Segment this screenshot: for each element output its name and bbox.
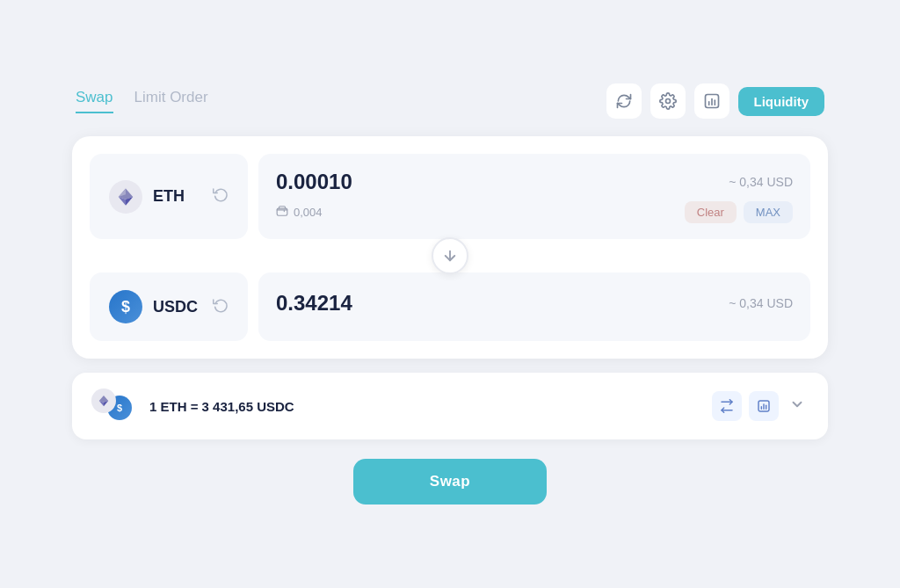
rate-chart-icon-button[interactable] — [749, 391, 779, 421]
clear-button[interactable]: Clear — [685, 201, 737, 223]
from-token-section: ETH 0.00010 ~ 0,34 USD — [90, 154, 810, 239]
from-token-name: ETH — [153, 187, 185, 206]
rate-action-buttons — [712, 391, 809, 421]
svg-point-0 — [665, 99, 670, 104]
amount-action-buttons: Clear MAX — [685, 201, 793, 223]
usdc-icon: $ — [109, 290, 142, 323]
from-token-selector[interactable]: ETH — [90, 154, 248, 239]
gear-icon — [659, 92, 677, 110]
refresh-icon — [615, 92, 633, 110]
wallet-balance-value: 0,004 — [294, 206, 323, 219]
tab-swap[interactable]: Swap — [76, 89, 113, 113]
toolbar: Liquidity — [606, 83, 825, 119]
wallet-balance: 0,004 — [276, 205, 323, 220]
to-token-refresh-icon — [213, 297, 229, 317]
expand-chevron-button[interactable] — [786, 393, 809, 420]
to-token-section: $ USDC 0.34214 ~ 0,34 USD — [90, 272, 810, 341]
arrow-down-icon — [442, 248, 458, 264]
to-token-selector[interactable]: $ USDC — [90, 272, 248, 341]
header-row: Swap Limit Order — [72, 83, 828, 119]
to-amount-box: 0.34214 ~ 0,34 USD — [258, 272, 810, 341]
swap-direction-container — [90, 237, 810, 274]
max-button[interactable]: MAX — [744, 201, 793, 223]
wallet-icon — [276, 205, 288, 220]
rate-swap-icon-button[interactable] — [712, 391, 742, 421]
swap-submit-button[interactable]: Swap — [353, 459, 547, 505]
chart-icon — [703, 92, 721, 110]
tabs: Swap Limit Order — [76, 89, 208, 113]
chevron-down-icon — [789, 396, 805, 412]
chart-icon-button[interactable] — [694, 83, 729, 119]
main-card: ETH 0.00010 ~ 0,34 USD — [72, 136, 828, 359]
swap-button-container: Swap — [72, 459, 828, 505]
from-amount-value: 0.00010 — [276, 170, 352, 194]
to-usd-value: ~ 0,34 USD — [729, 296, 793, 310]
tab-limit-order[interactable]: Limit Order — [134, 89, 208, 113]
rate-text: 1 ETH = 3 431,65 USDC — [149, 399, 698, 414]
settings-icon-button[interactable] — [650, 83, 686, 119]
swap-direction-button[interactable] — [432, 237, 468, 274]
from-token-refresh-icon — [213, 186, 229, 207]
bar-chart-icon — [757, 399, 771, 413]
to-amount-value: 0.34214 — [276, 291, 352, 316]
eth-icon — [109, 180, 142, 214]
rate-token-icons: $ — [91, 388, 135, 424]
rate-card: $ 1 ETH = 3 431,65 USDC — [72, 373, 828, 439]
to-token-name: USDC — [153, 298, 198, 316]
refresh-icon-button[interactable] — [606, 83, 642, 119]
from-amount-box: 0.00010 ~ 0,34 USD 0,004 — [258, 154, 810, 239]
rate-eth-icon — [91, 388, 116, 413]
from-usd-value: ~ 0,34 USD — [729, 175, 793, 189]
liquidity-button[interactable]: Liquidity — [738, 87, 825, 116]
swap-horizontal-icon — [720, 399, 734, 413]
